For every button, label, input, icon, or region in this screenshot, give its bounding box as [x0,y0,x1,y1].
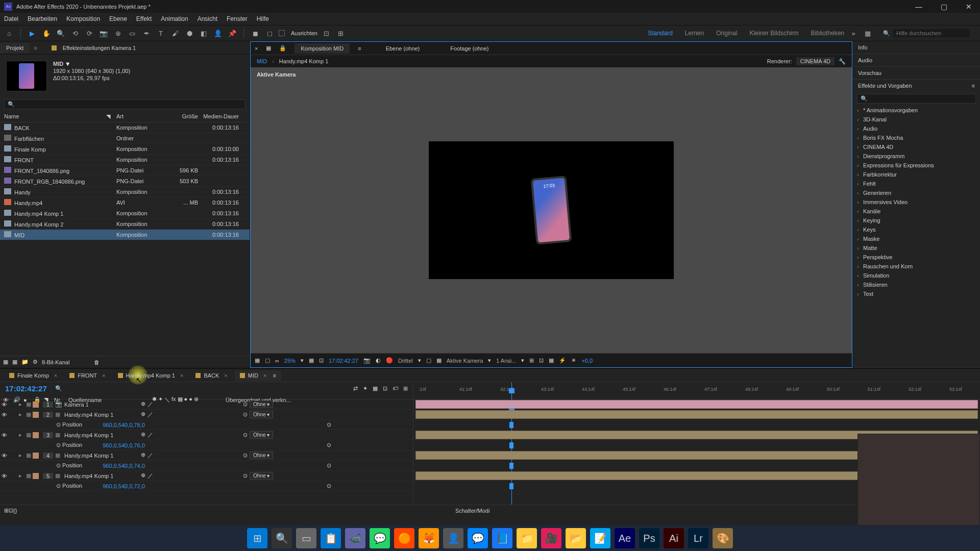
timeline-search-icon[interactable]: 🔍 [55,385,62,392]
effects-search[interactable]: 🔍 [857,94,976,104]
position-property[interactable]: ⊙ Position960,0,540,0,74,0⊙ [0,461,413,471]
hand-tool[interactable]: ✋ [41,28,52,38]
tab-close-icon[interactable]: × [102,372,105,379]
preview-panel[interactable]: Vorschau [853,67,980,79]
taskbar-app-10[interactable]: 📘 [492,528,512,548]
new-folder-icon[interactable]: 📁 [21,359,29,365]
project-item[interactable]: FRONT_1840886.pngPNG-Datei596 KB [0,165,250,176]
project-item[interactable]: MIDKomposition0:00:13:16 [0,230,250,240]
tl-tool5-icon[interactable]: 🏷 [393,385,398,392]
help-search-input[interactable] [893,29,970,37]
comp-tab-menu[interactable]: ≡ [358,45,361,52]
playhead[interactable] [511,382,512,399]
col-label[interactable]: ◥ [106,113,116,120]
timeline-tab[interactable]: MID×≡ [235,370,281,381]
vf-grid-icon[interactable]: ▦ [255,357,260,364]
effects-menu-icon[interactable]: ≡ [972,83,975,89]
snapshot-icon[interactable]: 📷 [363,357,371,364]
taskbar-app-6[interactable]: 🟠 [394,528,414,548]
taskbar-app-19[interactable]: 🎨 [713,528,733,548]
timeline-timecode[interactable]: 17:02:42:27 [5,384,47,393]
info-panel[interactable]: Info [853,41,980,54]
taskbar-app-16[interactable]: Ps [639,528,659,548]
vf-roi-icon[interactable]: ▢ [426,357,431,364]
trash-icon[interactable]: 🗑 [94,359,100,365]
comp-close-icon[interactable]: × [255,45,258,52]
comp-lock-icon[interactable]: 🔒 [279,45,286,52]
composition-canvas[interactable]: 17:03 [429,141,674,279]
project-tab[interactable]: Projekt [0,43,30,53]
effect-category[interactable]: CINEMA 4D [853,142,980,152]
close-button[interactable]: ✕ [962,2,976,12]
layer-row[interactable]: 👁▸▦2▦Handy.mp4 Komp 1⊕／⊙Ohne ▾ [0,410,413,420]
project-search[interactable]: 🔍 [4,99,246,109]
effect-category[interactable]: Rauschen und Korn [853,262,980,271]
taskbar-app-14[interactable]: 📝 [590,528,610,548]
workspace-original[interactable]: Original [716,30,737,37]
effect-category[interactable]: Fehlt [853,179,980,188]
rotate-tool[interactable]: ⟳ [84,28,94,38]
vf-res-icon[interactable]: ▦ [309,357,314,364]
comp-flowchart-icon[interactable]: ▦ [266,45,271,52]
effect-category[interactable]: Keying [853,216,980,225]
effect-category[interactable]: Stilisieren [853,280,980,289]
clone-tool[interactable]: ⬢ [184,28,194,38]
project-item[interactable]: Handy.mp4 Komp 1Komposition0:00:13:16 [0,208,250,219]
pan-behind-tool[interactable]: ⊕ [113,28,123,38]
viewer-timecode[interactable]: 17:02:42:27 [329,358,358,364]
menu-hilfe[interactable]: Hilfe [257,15,269,22]
vf-3d-icon[interactable]: ▦ [549,357,554,364]
layer-row[interactable]: 👁▸▦5▦Handy.mp4 Komp 1⊕／⊙Ohne ▾ [0,471,413,481]
vf-draft-icon[interactable]: ⚡ [559,357,566,364]
effect-category[interactable]: Kanäle [853,207,980,216]
project-item[interactable]: Handy.mp4AVI... MB0:00:13:16 [0,197,250,208]
tl-f1-icon[interactable]: ⊞ [4,507,9,514]
project-item[interactable]: BACKKomposition0:00:13:16 [0,122,250,133]
snap-icon[interactable]: ⊡ [322,28,332,38]
taskbar-app-8[interactable]: 👤 [443,528,463,548]
taskbar-app-17[interactable]: Ai [664,528,684,548]
fill-icon[interactable]: ◼ [250,28,260,38]
res-dd-icon[interactable]: ▾ [418,357,421,364]
views-dd-icon[interactable]: ▾ [521,357,524,364]
vf-channel-icon[interactable]: ◐ [376,357,381,364]
effect-category[interactable]: 3D-Kanal [853,115,980,124]
timeline-tab[interactable]: FRONT× [64,370,110,381]
vf-toggle-icon[interactable]: ∞ [275,358,279,364]
maximize-button[interactable]: ▢ [937,2,951,12]
taskbar-app-11[interactable]: 📁 [517,528,537,548]
layer-bar[interactable] [415,400,978,409]
col-size[interactable]: Größe [167,113,198,120]
vf-px-icon[interactable]: ⊞ [529,357,534,364]
pen-tool[interactable]: ✒ [141,28,152,38]
tab-close-icon[interactable]: × [263,372,266,379]
menu-effekt[interactable]: Effekt [136,15,152,22]
cam-dd-icon[interactable]: ▾ [488,357,491,364]
effect-category[interactable]: Boris FX Mocha [853,133,980,142]
menu-bearbeiten[interactable]: Bearbeiten [28,15,57,22]
taskbar-app-18[interactable]: Lr [688,528,708,548]
timeline-tab[interactable]: Finale Komp× [4,370,62,381]
camera-dropdown[interactable]: Aktive Kamera [447,358,483,364]
menu-fenster[interactable]: Fenster [227,15,248,22]
interpret-icon[interactable]: ▦ [3,359,8,365]
col-art[interactable]: Art [116,113,167,120]
vf-mask-icon[interactable]: ▢ [265,357,270,364]
workspace-standard[interactable]: Standard [648,30,673,37]
switch-modes[interactable]: Schalter/Modi [455,508,489,514]
breadcrumb-0[interactable]: MID [257,58,267,64]
taskbar-app-15[interactable]: Ae [615,528,635,548]
project-item[interactable]: FRONTKomposition0:00:13:16 [0,155,250,165]
col-name[interactable]: Name [4,113,106,120]
layer-tab[interactable]: Ebene (ohne) [380,43,426,54]
effect-category[interactable]: Text [853,289,980,298]
taskbar-app-12[interactable]: 🎥 [541,528,561,548]
effect-category[interactable]: Farbkorrektur [853,170,980,179]
effect-category[interactable]: Immersives Video [853,197,980,207]
col-dur[interactable]: Medien-Dauer [198,113,239,120]
layer-row[interactable]: 👁▸▦1📷Kamera 1⊕／⊙Ohne ▾ [0,399,413,410]
vf-exposure-icon[interactable]: ☀ [571,357,576,364]
taskbar-app-7[interactable]: 🦊 [419,528,439,548]
effect-category[interactable]: Perspektive [853,253,980,262]
keyframe-marker[interactable] [509,463,513,469]
